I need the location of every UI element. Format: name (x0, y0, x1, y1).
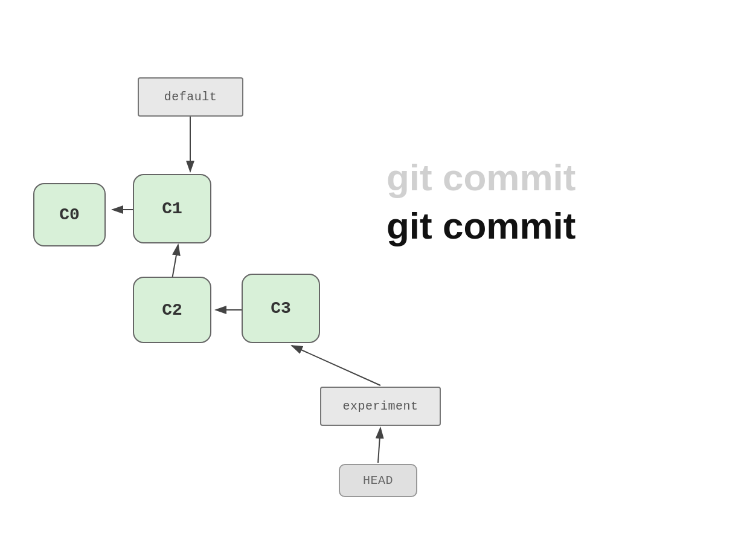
node-c2-label: C2 (162, 301, 182, 320)
node-c3-label: C3 (271, 299, 291, 318)
arrow-c2-to-c1 (172, 245, 178, 279)
git-commit-faded: git commit (386, 156, 575, 199)
node-c2: C2 (133, 277, 211, 343)
arrow-head-to-experiment (378, 428, 380, 463)
label-head: HEAD (339, 464, 417, 497)
node-c1-label: C1 (162, 199, 182, 218)
label-default-text: default (164, 90, 217, 104)
label-experiment: experiment (320, 387, 441, 426)
git-commit-bold: git commit (386, 204, 575, 247)
label-default: default (138, 77, 243, 117)
node-c0: C0 (33, 183, 106, 246)
label-head-text: HEAD (363, 474, 393, 488)
diagram-container: C0 C1 C2 C3 default experiment HEAD git … (0, 0, 747, 560)
arrow-experiment-to-c3 (292, 346, 380, 385)
node-c0-label: C0 (59, 205, 80, 224)
node-c3: C3 (242, 274, 320, 343)
node-c1: C1 (133, 174, 211, 243)
label-experiment-text: experiment (342, 399, 418, 413)
